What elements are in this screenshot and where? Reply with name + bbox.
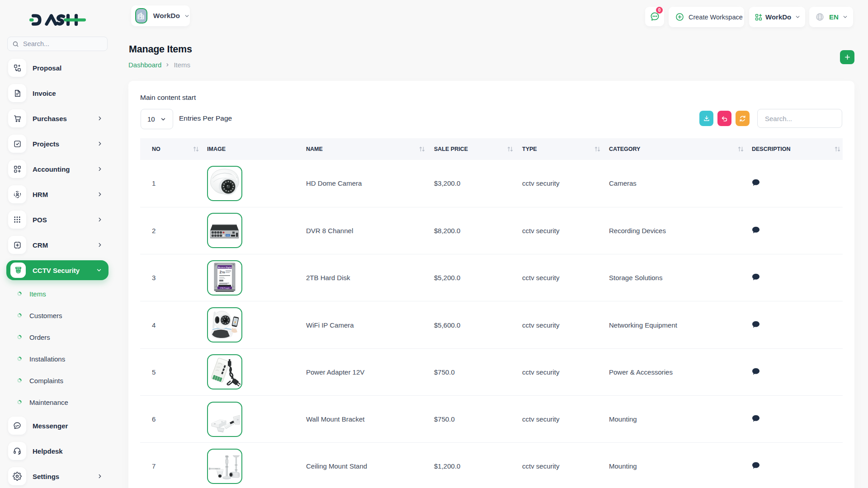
- svg-text:2TB Purple: 2TB Purple: [220, 286, 230, 289]
- svg-text:Western Digital: Western Digital: [217, 266, 231, 268]
- svg-text:TB: TB: [222, 271, 225, 274]
